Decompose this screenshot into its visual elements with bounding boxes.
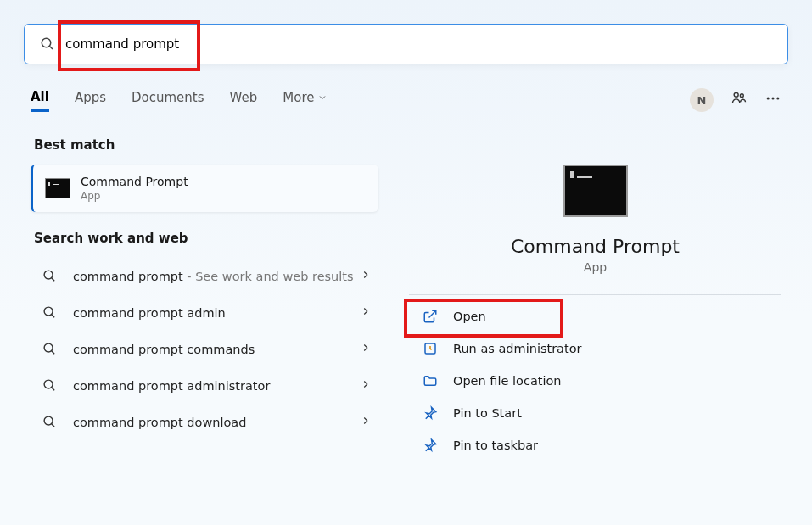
search-suggestion[interactable]: command prompt download [31, 404, 378, 440]
command-prompt-icon-large [563, 165, 628, 217]
search-icon [39, 342, 59, 356]
action-open-label: Open [453, 310, 486, 323]
more-options[interactable] [764, 90, 781, 110]
best-match-subtitle: App [81, 190, 188, 202]
search-icon [40, 36, 55, 52]
preview-subtitle: App [584, 260, 607, 274]
suggestion-text: command prompt commands [73, 343, 360, 356]
ellipsis-icon [764, 90, 781, 107]
suggestion-text: command prompt administrator [73, 379, 360, 393]
search-suggestion[interactable]: command prompt - See work and web result… [31, 258, 378, 294]
suggestion-text: command prompt download [73, 416, 360, 429]
best-match-label: Best match [34, 137, 378, 153]
preview-panel: Command Prompt App Open Run as administr… [394, 132, 812, 514]
best-match-title: Command Prompt [81, 175, 188, 188]
search-bar[interactable] [24, 24, 788, 64]
shield-icon [421, 341, 440, 356]
svg-point-7 [44, 271, 53, 279]
chevron-right-icon [360, 341, 372, 357]
preview-title: Command Prompt [511, 236, 680, 257]
svg-point-3 [740, 94, 743, 98]
action-pin-to-taskbar[interactable]: Pin to taskbar [409, 429, 781, 461]
svg-point-9 [44, 307, 53, 316]
suggestion-text: command prompt admin [73, 306, 360, 320]
svg-point-5 [772, 98, 775, 100]
svg-line-12 [51, 351, 54, 355]
svg-point-0 [42, 38, 51, 47]
svg-point-13 [44, 380, 53, 388]
open-external-icon [421, 309, 440, 324]
svg-line-1 [49, 46, 53, 49]
tab-all[interactable]: All [31, 89, 49, 112]
search-icon [39, 305, 59, 320]
svg-point-11 [44, 343, 53, 352]
tab-more[interactable]: More [283, 90, 328, 110]
tab-apps[interactable]: Apps [75, 90, 106, 110]
svg-line-10 [51, 315, 54, 318]
search-suggestion[interactable]: command prompt admin [31, 294, 378, 331]
svg-line-14 [51, 388, 54, 391]
org-icon[interactable] [731, 90, 748, 110]
search-suggestion[interactable]: command prompt commands [31, 331, 378, 367]
svg-point-2 [734, 92, 738, 97]
action-run-as-administrator-label: Run as administrator [453, 342, 582, 355]
search-icon [39, 378, 59, 393]
suggestion-text: command prompt - See work and web result… [73, 270, 360, 283]
action-open[interactable]: Open [409, 300, 781, 332]
svg-line-16 [51, 424, 54, 427]
results-column: Best match Command Prompt App Search wor… [31, 132, 378, 514]
chevron-right-icon [360, 414, 372, 430]
action-pin-to-taskbar-label: Pin to taskbar [453, 438, 538, 452]
command-prompt-icon [45, 178, 70, 198]
tab-documents[interactable]: Documents [132, 90, 204, 110]
work-web-label: Search work and web [34, 231, 378, 246]
action-open-file-location-label: Open file location [453, 374, 562, 388]
search-icon [39, 269, 59, 283]
svg-line-8 [51, 278, 54, 282]
action-pin-to-start[interactable]: Pin to Start [409, 397, 781, 429]
action-run-as-administrator[interactable]: Run as administrator [409, 332, 781, 365]
tab-web[interactable]: Web [230, 90, 258, 110]
user-avatar[interactable]: N [690, 88, 714, 112]
tab-more-label: More [283, 90, 314, 105]
svg-point-4 [767, 98, 770, 100]
pin-icon [421, 405, 440, 421]
search-icon [39, 415, 59, 429]
search-tabs: All Apps Documents Web More N [0, 64, 812, 115]
svg-point-15 [44, 416, 53, 425]
search-input[interactable] [65, 25, 787, 64]
chevron-down-icon [317, 92, 328, 103]
best-match-result[interactable]: Command Prompt App [31, 165, 378, 212]
chevron-right-icon [360, 268, 372, 284]
people-icon [731, 90, 748, 107]
chevron-right-icon [360, 304, 372, 321]
pin-icon [421, 438, 440, 453]
search-suggestion[interactable]: command prompt administrator [31, 367, 378, 404]
action-pin-to-start-label: Pin to Start [453, 406, 522, 420]
folder-icon [421, 373, 440, 388]
chevron-right-icon [360, 377, 372, 394]
svg-point-6 [776, 98, 779, 100]
action-open-file-location[interactable]: Open file location [409, 365, 781, 397]
divider [409, 294, 781, 295]
